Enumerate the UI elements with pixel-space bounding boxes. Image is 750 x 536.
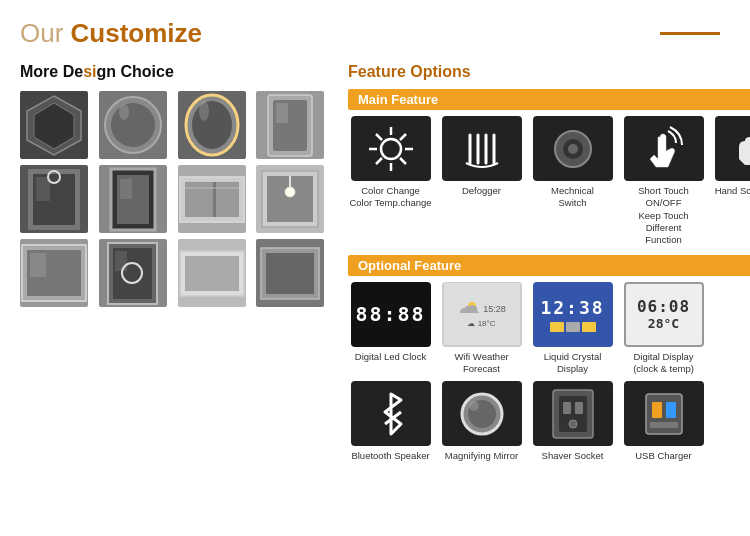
hand-scan-icon xyxy=(729,125,751,173)
color-change-label: Color ChangeColor Temp.change xyxy=(349,185,431,210)
feature-touch: Short Touch ON/OFFKeep Touch DifferentFu… xyxy=(621,116,706,247)
main-feature-bar: Main Feature xyxy=(348,89,750,110)
sq2-shape xyxy=(20,243,88,303)
feature-digital-display: 06:08 28°C Digital Display(clock & temp) xyxy=(621,282,706,376)
weather-icon-box: 15:28 ☁ 18°C xyxy=(442,282,522,347)
lcd-icon-box: 12:38 xyxy=(533,282,613,347)
defogger-icon xyxy=(458,125,506,173)
svg-line-45 xyxy=(376,158,382,164)
landscape-shape xyxy=(178,172,246,227)
left-section-title: More Design Choice xyxy=(20,63,330,81)
touch-icon xyxy=(640,125,688,173)
feature-led-clock: 88:88 Digital Led Clock xyxy=(348,282,433,376)
usb-charger-icon xyxy=(638,388,690,440)
svg-point-37 xyxy=(381,139,401,159)
svg-rect-31 xyxy=(115,251,127,271)
feature-usb: USB Charger xyxy=(621,381,706,462)
defogger-icon-box xyxy=(442,116,522,181)
bluetooth-label: Bluetooth Speaker xyxy=(351,450,429,462)
svg-rect-34 xyxy=(185,256,239,291)
portrait-shape xyxy=(264,93,316,158)
optional-feature-row2: Bluetooth Speaker Magnifying Mirror xyxy=(348,381,750,462)
svg-line-43 xyxy=(400,158,406,164)
mirror-hex xyxy=(20,91,88,159)
right-section-title: Feature Options xyxy=(348,63,750,81)
svg-point-6 xyxy=(192,101,232,149)
feature-weather: 15:28 ☁ 18°C Wifi Weather Forecast xyxy=(439,282,524,376)
mechanical-switch-icon-box xyxy=(533,116,613,181)
feature-hand-scan: Hand Scan Sensor xyxy=(712,116,750,247)
feature-color-change: Color ChangeColor Temp.change xyxy=(348,116,433,247)
hand-scan-icon-box xyxy=(715,116,751,181)
clock-display: 88:88 xyxy=(351,296,429,332)
main-feature-grid: Color ChangeColor Temp.change xyxy=(348,116,750,247)
color-change-icon-box xyxy=(351,116,431,181)
mirror-round xyxy=(99,91,167,159)
cloud-sun-icon xyxy=(457,301,479,317)
svg-rect-66 xyxy=(650,422,678,428)
feature-mechanical-switch: MechnicalSwitch xyxy=(530,116,615,247)
mirror-landscape xyxy=(178,165,246,233)
weather-display: 15:28 ☁ 18°C xyxy=(444,283,520,345)
main-feature-section: Main Feature xyxy=(348,89,750,247)
feature-bluetooth: Bluetooth Speaker xyxy=(348,381,433,462)
feature-magnify: Magnifying Mirror xyxy=(439,381,524,462)
landscape2-shape xyxy=(178,246,246,301)
touch-label: Short Touch ON/OFFKeep Touch DifferentFu… xyxy=(621,185,706,247)
right-column: Feature Options Main Feature xyxy=(348,63,750,471)
mirror-oval xyxy=(178,91,246,159)
svg-rect-36 xyxy=(266,253,314,294)
led-clock-label: Digital Led Clock xyxy=(355,351,426,363)
header-line xyxy=(660,32,720,35)
svg-point-25 xyxy=(285,187,295,197)
shaver-icon-box xyxy=(533,381,613,446)
mechanical-switch-icon xyxy=(549,125,597,173)
left-column: More Design Choice xyxy=(20,63,330,471)
svg-point-62 xyxy=(569,420,577,428)
svg-point-4 xyxy=(119,104,129,120)
header: Our Customize xyxy=(20,18,730,49)
svg-point-52 xyxy=(568,144,578,154)
design-row-2 xyxy=(20,165,330,233)
svg-rect-17 xyxy=(120,179,132,199)
magnify-label: Magnifying Mirror xyxy=(445,450,518,462)
mirror-portrait xyxy=(256,91,324,159)
svg-line-42 xyxy=(376,134,382,140)
usb-icon-box xyxy=(624,381,704,446)
portrait2-shape xyxy=(23,167,85,232)
round-shape xyxy=(102,94,164,156)
svg-rect-21 xyxy=(185,187,239,189)
portrait3-shape xyxy=(107,167,159,232)
defogger-label: Defogger xyxy=(462,185,501,197)
shaver-socket-icon xyxy=(547,386,599,442)
page-title: Our Customize xyxy=(20,18,202,49)
mirror-portrait-2 xyxy=(20,165,88,233)
magnify-icon xyxy=(456,388,508,440)
mechanical-switch-label: MechnicalSwitch xyxy=(551,185,594,210)
mirror-portrait-3 xyxy=(99,165,167,233)
mirror-sq xyxy=(256,165,324,233)
usb-label: USB Charger xyxy=(635,450,692,462)
svg-rect-28 xyxy=(30,253,46,277)
svg-point-7 xyxy=(199,101,209,121)
touch-icon-box xyxy=(624,116,704,181)
bluetooth-icon xyxy=(373,390,409,438)
svg-point-57 xyxy=(469,401,479,411)
optional-feature-bar: Optional Feature xyxy=(348,255,750,276)
digital-display: 06:08 28°C xyxy=(627,284,701,344)
digital-display-icon-box: 06:08 28°C xyxy=(624,282,704,347)
title-prefix: Our xyxy=(20,18,71,48)
optional-feature-section: Optional Feature 88:88 Digital Led Clock xyxy=(348,255,750,463)
main-content: More Design Choice xyxy=(20,63,730,471)
magnify-icon-box xyxy=(442,381,522,446)
svg-rect-65 xyxy=(666,402,676,418)
design-row-3 xyxy=(20,239,330,307)
lcd-display: 12:38 xyxy=(537,284,609,344)
title-highlight: Customize xyxy=(71,18,202,48)
feature-shaver: Shaver Socket xyxy=(530,381,615,462)
svg-point-3 xyxy=(111,103,155,147)
svg-rect-10 xyxy=(276,103,288,123)
svg-rect-64 xyxy=(652,402,662,418)
oval-shape xyxy=(184,93,240,158)
digital-display-label: Digital Display(clock & temp) xyxy=(633,351,694,376)
